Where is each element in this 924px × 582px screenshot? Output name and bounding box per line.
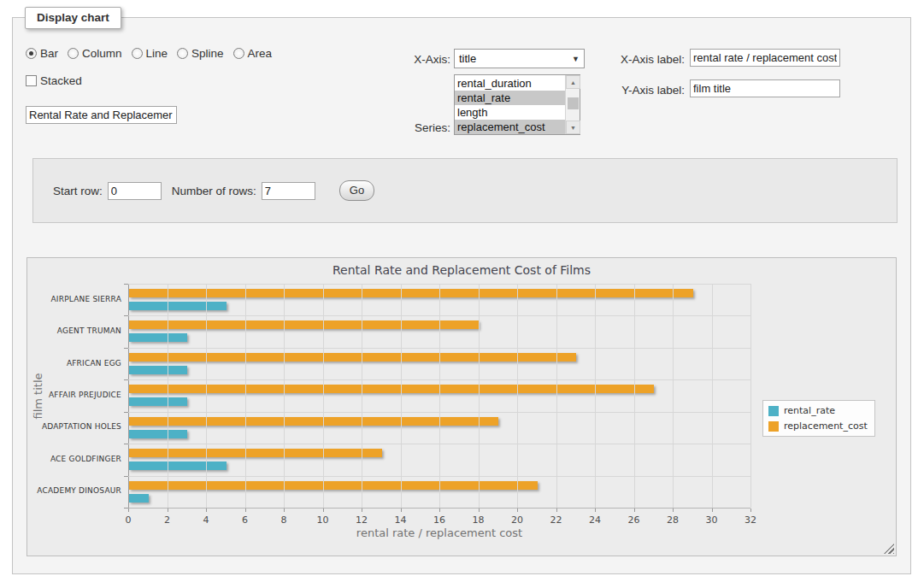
series-option-rental_duration[interactable]: rental_duration (455, 76, 565, 91)
series-option-replacement_cost[interactable]: replacement_cost (455, 120, 565, 134)
x-axis-tick-label: 12 (349, 514, 374, 526)
chevron-down-icon: ▼ (572, 55, 580, 63)
chart-bar-rental_rate[interactable] (129, 333, 187, 342)
x-axis-tick (206, 509, 207, 512)
x-axis-tick-label: 4 (193, 514, 219, 526)
start-row-input[interactable] (108, 182, 162, 200)
x-axis-tick (362, 509, 362, 512)
chart-type-option-spline[interactable]: Spline (177, 47, 224, 60)
chart-bar-rental_rate[interactable] (129, 302, 227, 310)
scroll-up-icon[interactable]: ▲ (566, 75, 580, 89)
x-axis-tick (556, 509, 557, 512)
chart-bar-rental_rate[interactable] (129, 430, 187, 438)
stacked-checkbox[interactable]: Stacked (26, 74, 82, 87)
legend-swatch-icon (768, 421, 779, 432)
x-axis-tick-label: 26 (621, 514, 647, 526)
resize-grip-icon[interactable] (884, 544, 894, 554)
gridline (673, 284, 674, 508)
gridline (556, 284, 557, 508)
number-of-rows-input[interactable] (262, 182, 315, 200)
x-axis-tick (517, 509, 518, 512)
chart-bar-replacement_cost[interactable] (129, 417, 498, 426)
series-options: rental_durationrental_ratelengthreplacem… (455, 75, 565, 134)
radio-icon[interactable] (132, 48, 143, 59)
x-axis-tick (323, 509, 324, 512)
radio-icon[interactable] (177, 48, 188, 59)
x-axis-label-input[interactable] (690, 49, 840, 67)
x-axis-tick-label: 18 (466, 514, 491, 526)
x-axis-tick-label: 20 (504, 514, 530, 526)
chart-type-radio-group: BarColumnLineSplineArea (26, 47, 272, 60)
x-axis-tick-label: 2 (155, 514, 180, 526)
chart-bar-rental_rate[interactable] (129, 397, 187, 406)
x-axis-tick-label: 8 (271, 514, 297, 526)
legend-swatch-icon (768, 406, 779, 416)
chart-bar-replacement_cost[interactable] (129, 481, 538, 490)
go-button[interactable]: Go (339, 180, 374, 201)
radio-icon[interactable] (68, 48, 79, 59)
radio-icon[interactable] (233, 48, 244, 59)
gridline (323, 284, 324, 508)
series-scrollbar[interactable]: ▲ ▼ (565, 75, 580, 134)
chart-type-option-area[interactable]: Area (233, 47, 273, 60)
chart-type-option-bar[interactable]: Bar (26, 47, 58, 60)
legend-label: replacement_cost (784, 420, 868, 432)
x-axis-select-label: X-Axis: (397, 53, 450, 66)
chart-bar-replacement_cost[interactable] (129, 289, 693, 297)
x-axis-tick (595, 509, 596, 512)
x-axis-tick-label: 32 (738, 514, 763, 526)
x-axis-tick (750, 509, 751, 512)
x-axis-label-label: X-Axis label: (611, 53, 685, 66)
series-multiselect[interactable]: rental_durationrental_ratelengthreplacem… (454, 74, 580, 135)
chart-bar-replacement_cost[interactable] (129, 385, 654, 393)
chart-type-option-column[interactable]: Column (68, 47, 122, 60)
stacked-label: Stacked (40, 74, 82, 87)
legend-item-rental_rate[interactable]: rental_rate (768, 405, 868, 416)
y-axis-title: film title (32, 285, 44, 509)
x-axis-tick (128, 509, 129, 512)
chart-type-option-line[interactable]: Line (132, 47, 168, 60)
chart-bar-replacement_cost[interactable] (129, 353, 576, 362)
radio-label: Column (82, 47, 122, 60)
gridline (401, 284, 402, 508)
x-axis-tick-label: 16 (427, 514, 452, 526)
series-option-rental_rate[interactable]: rental_rate (455, 91, 565, 105)
x-axis-tick-label: 22 (544, 514, 569, 526)
gridline (168, 284, 168, 508)
chart-bar-rental_rate[interactable] (129, 461, 227, 470)
series-option-length[interactable]: length (455, 105, 565, 120)
gridline (206, 284, 207, 508)
x-axis-tick (284, 509, 285, 512)
y-axis-label-label: Y-Axis label: (611, 84, 685, 97)
gridline (634, 284, 635, 508)
x-axis-tick (673, 509, 674, 512)
display-chart-panel: Display chart BarColumnLineSplineArea St… (12, 17, 911, 574)
checkbox-icon[interactable] (26, 75, 37, 86)
gridline (517, 284, 518, 508)
y-axis-label-input[interactable] (690, 79, 840, 97)
chart-bar-rental_rate[interactable] (129, 366, 187, 374)
x-axis-tick-label: 10 (310, 514, 336, 526)
chart-bar-replacement_cost[interactable] (129, 320, 479, 329)
scroll-down-icon[interactable]: ▼ (566, 121, 580, 134)
x-axis-tick (245, 509, 246, 512)
x-axis-tick (439, 509, 440, 512)
gridline (245, 284, 246, 508)
gridline (479, 284, 480, 508)
gridline (712, 284, 713, 508)
chart-title-input[interactable] (26, 106, 177, 124)
chart-bar-rental_rate[interactable] (129, 494, 149, 503)
radio-icon[interactable] (26, 48, 37, 59)
scrollbar-thumb[interactable] (568, 97, 579, 109)
number-of-rows-label: Number of rows: (172, 185, 256, 197)
chart-container: Rental Rate and Replacement Cost of Film… (26, 257, 897, 556)
x-axis-tick-label: 0 (115, 514, 141, 526)
x-axis-tick (401, 509, 402, 512)
gridline (284, 284, 285, 508)
x-axis-select[interactable]: title ▼ (454, 49, 585, 68)
legend-item-replacement_cost[interactable]: replacement_cost (768, 420, 868, 432)
panel-title: Display chart (25, 7, 121, 29)
gridline (439, 284, 440, 508)
series-select-label: Series: (397, 121, 450, 134)
x-axis-tick (168, 509, 168, 512)
